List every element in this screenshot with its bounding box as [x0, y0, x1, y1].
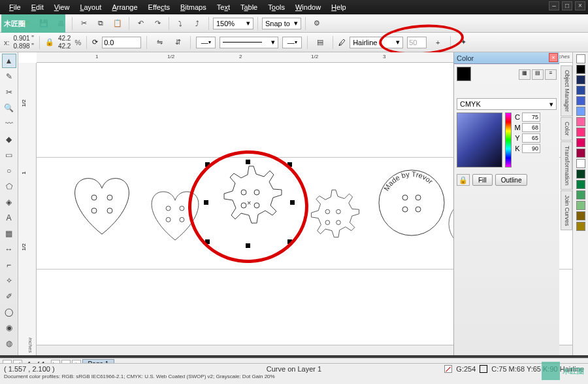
circle-badge-1[interactable]: Made by Trevor [376, 167, 447, 238]
gear-shape-2[interactable] [297, 184, 367, 255]
palette-swatch[interactable] [576, 138, 585, 147]
menu-window[interactable]: Window [290, 2, 326, 12]
shape-tool[interactable]: ✎ [2, 69, 16, 84]
close-button[interactable]: × [575, 1, 585, 10]
menu-file[interactable]: File [4, 2, 26, 12]
selection-handle[interactable] [287, 239, 292, 244]
rotation-field[interactable]: 0.0 [102, 37, 141, 48]
selection-handle[interactable] [204, 200, 208, 205]
export-button[interactable]: ⤴ [190, 16, 204, 31]
palette-swatch[interactable] [576, 75, 585, 84]
docker-tab-object-manager[interactable]: Object Manager [561, 65, 572, 116]
palette-swatch[interactable] [576, 65, 585, 74]
outline-tool[interactable]: ◯ [2, 305, 16, 319]
palette-swatch[interactable] [576, 169, 585, 179]
table-tool[interactable]: ▦ [2, 226, 16, 241]
rectangle-tool[interactable]: ▭ [2, 148, 16, 162]
freehand-tool[interactable]: 〰 [2, 116, 16, 131]
outline-indicator[interactable] [480, 365, 487, 373]
interactive-fill-tool[interactable]: ◍ [2, 336, 16, 351]
palette-swatch[interactable] [576, 96, 585, 105]
palette-swatch[interactable] [576, 201, 585, 210]
minimize-button[interactable]: – [549, 1, 559, 10]
color-tab-3[interactable]: ≡ [545, 69, 557, 80]
pick-tool[interactable]: ▲ [2, 54, 16, 68]
zoom-tool[interactable]: 🔍 [2, 101, 16, 115]
polygon-tool[interactable]: ⬠ [2, 179, 16, 194]
ellipse-tool[interactable]: ○ [2, 164, 16, 178]
palette-swatch[interactable] [576, 54, 585, 63]
palette-swatch[interactable] [576, 117, 585, 126]
menu-arrange[interactable]: Arrange [106, 2, 142, 12]
palette-swatch[interactable] [576, 128, 585, 137]
wrap-button[interactable]: ▤ [313, 35, 327, 50]
start-arrowhead[interactable]: —▾ [196, 37, 216, 48]
zoom-level-combo[interactable]: 150% ▾ [213, 18, 253, 29]
selection-handle[interactable] [246, 243, 250, 248]
line-style-combo[interactable]: ▾ [220, 37, 278, 48]
selection-handle[interactable] [290, 200, 295, 205]
selection-handle[interactable] [205, 239, 210, 244]
menu-table[interactable]: Table [235, 2, 263, 12]
docker-tab-join-curves[interactable]: Join Curves [561, 190, 572, 231]
magenta-input[interactable] [522, 123, 540, 132]
docker-close-button[interactable]: × [549, 53, 558, 62]
undo-button[interactable]: ↶ [133, 16, 148, 31]
color-tab-2[interactable]: ▤ [532, 69, 544, 80]
outline-width-combo[interactable]: Hairline ▾ [350, 37, 403, 48]
copy-button[interactable]: ⧉ [93, 16, 108, 31]
hue-slider[interactable] [505, 113, 512, 167]
heart-shape-2[interactable] [141, 183, 209, 246]
connector-tool[interactable]: ⌐ [2, 258, 16, 272]
end-arrowhead[interactable]: —▾ [282, 37, 302, 48]
crop-tool[interactable]: ✂ [2, 85, 16, 99]
docker-titlebar[interactable]: Color » [454, 52, 559, 64]
palette-swatch[interactable] [576, 190, 585, 200]
palette-swatch[interactable] [576, 211, 585, 220]
effects-button[interactable]: ✦ [456, 35, 470, 50]
menu-view[interactable]: View [49, 2, 75, 12]
heart-shape-1[interactable] [63, 169, 141, 241]
menu-text[interactable]: Text [212, 2, 235, 12]
fill-tool[interactable]: ◉ [2, 321, 16, 335]
paste-button[interactable]: 📋 [110, 16, 125, 31]
menu-bitmaps[interactable]: Bitmaps [175, 2, 212, 12]
black-input[interactable] [522, 144, 540, 153]
menu-layout[interactable]: Layout [74, 2, 106, 12]
mirror-h-button[interactable]: ⇋ [152, 35, 167, 50]
menu-effects[interactable]: Effects [143, 2, 175, 12]
redo-button[interactable]: ↷ [150, 16, 165, 31]
yellow-input[interactable] [522, 133, 540, 143]
palette-swatch[interactable] [576, 148, 585, 158]
selection-handle[interactable] [246, 160, 250, 164]
eyedropper-tool[interactable]: ✐ [2, 289, 16, 304]
interactive-tool[interactable]: ✧ [2, 273, 16, 288]
dimension-tool[interactable]: ↔ [2, 242, 16, 256]
color-model-combo[interactable]: CMYK ▾ [457, 98, 557, 110]
color-gradient-field[interactable] [457, 113, 502, 167]
docker-tab-color[interactable]: Color [561, 117, 572, 141]
lock-icon[interactable]: 🔒 [457, 174, 470, 186]
cut-button[interactable]: ✂ [76, 16, 91, 31]
plus-button[interactable]: + [431, 35, 445, 50]
palette-swatch[interactable] [576, 180, 585, 189]
import-button[interactable]: ⤵ [173, 16, 188, 31]
palette-swatch[interactable] [576, 222, 585, 231]
smart-fill-tool[interactable]: ◆ [2, 132, 16, 147]
mirror-v-button[interactable]: ⇵ [171, 35, 185, 50]
palette-swatch[interactable] [576, 86, 585, 95]
basic-shapes-tool[interactable]: ◈ [2, 195, 16, 209]
maximize-button[interactable]: □ [562, 1, 572, 10]
options-button[interactable]: ⚙ [310, 16, 324, 31]
outline-button[interactable]: Outline [495, 174, 528, 186]
fill-indicator[interactable] [444, 365, 452, 373]
selection-handle[interactable] [287, 162, 292, 167]
palette-swatch[interactable] [576, 159, 585, 168]
text-tool[interactable]: A [2, 211, 16, 225]
menu-help[interactable]: Help [326, 2, 351, 12]
color-tab-1[interactable]: ▦ [519, 69, 531, 80]
selection-handle[interactable] [205, 162, 210, 167]
menu-edit[interactable]: Edit [26, 2, 49, 12]
menu-tools[interactable]: Tools [263, 2, 290, 12]
cyan-input[interactable] [522, 113, 540, 122]
